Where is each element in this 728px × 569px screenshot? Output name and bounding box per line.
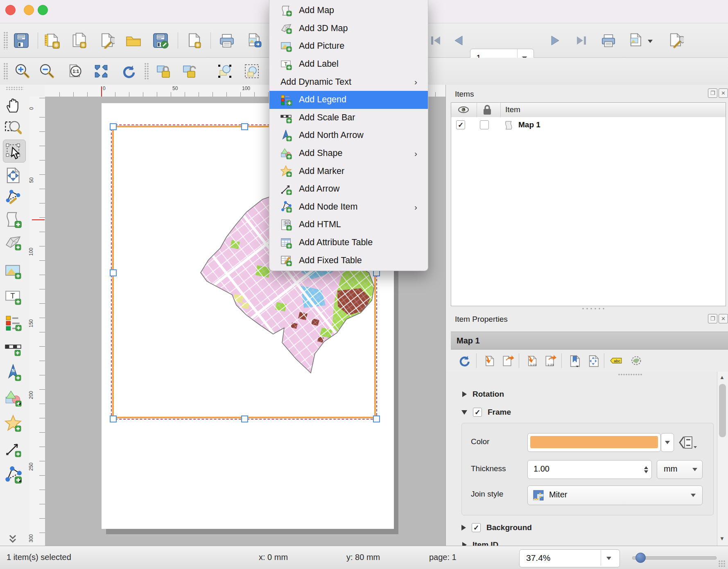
- map-labels-button[interactable]: abc: [608, 352, 626, 369]
- export-atlas-button[interactable]: [626, 31, 645, 50]
- bookmark-extent-button[interactable]: [565, 352, 582, 369]
- selection-handle-bottom-left[interactable]: [110, 415, 117, 422]
- menu-item-add-legend[interactable]: Add Legend: [269, 91, 428, 109]
- lock-items-button[interactable]: [155, 62, 174, 80]
- menu-item-add-marker[interactable]: Add Marker: [269, 162, 428, 180]
- toolbar-grip[interactable]: [6, 86, 24, 90]
- view-scale-in-map-button[interactable]: 1:23: [542, 352, 558, 369]
- menu-item-add-html[interactable]: </> Add HTML: [269, 216, 428, 234]
- selection-handle-bottom-middle[interactable]: [241, 415, 248, 422]
- menu-item-add-attribute-table[interactable]: Add Attribute Table: [269, 234, 428, 252]
- add-arrow-tool-button[interactable]: [3, 438, 23, 459]
- menu-item-add-north-arrow[interactable]: Add North Arrow: [269, 126, 428, 145]
- map-clipping-button[interactable]: [628, 352, 644, 369]
- zoom-dropdown-icon[interactable]: [606, 557, 611, 560]
- frame-thickness-input[interactable]: 1.00: [527, 460, 652, 479]
- select-move-item-tool-button[interactable]: [3, 140, 26, 163]
- zoom-level-combo[interactable]: 37.4%: [519, 549, 620, 567]
- zoom-out-button[interactable]: [37, 62, 56, 80]
- toolbar-grip[interactable]: [144, 63, 149, 80]
- new-report-button[interactable]: [183, 31, 203, 50]
- zoom-actual-button[interactable]: 1:1: [66, 62, 84, 80]
- layout-manager-button[interactable]: [97, 31, 116, 50]
- more-tools-button[interactable]: [7, 533, 19, 547]
- add-picture-tool-button[interactable]: [3, 261, 23, 281]
- menu-item-add-picture[interactable]: Add Picture: [269, 37, 428, 55]
- zoom-slider-handle[interactable]: [635, 553, 646, 563]
- resize-grip[interactable]: [718, 560, 726, 567]
- rotation-section-header[interactable]: Rotation: [462, 390, 504, 399]
- atlas-last-feature-button[interactable]: [572, 32, 590, 49]
- pan-tool-button[interactable]: [3, 95, 23, 115]
- menu-item-add-node-item[interactable]: Add Node Item ›: [269, 198, 428, 216]
- zoom-window-button[interactable]: [38, 5, 48, 15]
- add-north-arrow-tool-button[interactable]: N: [3, 362, 23, 383]
- frame-color-dropdown-button[interactable]: [661, 433, 674, 452]
- menu-item-add-label[interactable]: T Add Label: [269, 55, 428, 73]
- add-marker-tool-button[interactable]: [3, 413, 23, 434]
- menu-item-add-fixed-table[interactable]: Add Fixed Table: [269, 251, 428, 269]
- export-image-button[interactable]: [244, 31, 264, 50]
- add-map-tool-button[interactable]: [3, 209, 23, 230]
- scrollbar-down-icon[interactable]: ▼: [719, 535, 725, 542]
- toolbar-grip[interactable]: [3, 32, 8, 50]
- view-extent-in-map-button[interactable]: [499, 352, 515, 369]
- atlas-previous-feature-button[interactable]: [450, 32, 468, 49]
- map1-lock-checkbox[interactable]: [480, 120, 489, 129]
- selection-handle-top-middle[interactable]: [241, 123, 248, 130]
- items-panel-close-button[interactable]: ✕: [719, 88, 728, 98]
- background-checkbox[interactable]: ✓: [472, 523, 481, 532]
- items-panel-float-button[interactable]: ❐: [708, 88, 717, 98]
- zoom-full-button[interactable]: [92, 62, 111, 80]
- save-project-button[interactable]: [11, 31, 31, 50]
- add-label-tool-button[interactable]: T: [3, 286, 23, 307]
- select-all-button[interactable]: [215, 62, 234, 80]
- set-map-scale-button[interactable]: 1:23: [523, 352, 539, 369]
- atlas-first-feature-button[interactable]: [427, 32, 445, 49]
- menu-item-add-3d-map[interactable]: Add 3D Map: [269, 20, 428, 38]
- interactive-edit-button[interactable]: [584, 352, 601, 369]
- items-list-row-map1[interactable]: ✓ Map 1: [451, 117, 726, 133]
- duplicate-layout-button[interactable]: [69, 31, 88, 50]
- menu-item-add-map[interactable]: Add Map: [269, 2, 428, 20]
- print-atlas-button[interactable]: [599, 31, 618, 50]
- open-folder-button[interactable]: [124, 31, 143, 50]
- item-id-section-header[interactable]: Item ID: [462, 540, 498, 546]
- frame-color-button[interactable]: [527, 433, 661, 452]
- item-properties-float-button[interactable]: ❐: [708, 314, 717, 323]
- selection-handle-bottom-right[interactable]: [373, 415, 380, 422]
- scrollbar-thumb[interactable]: [719, 384, 726, 437]
- join-style-combo[interactable]: Miter: [527, 485, 703, 505]
- toolbar-grip[interactable]: [3, 63, 8, 80]
- menu-item-add-shape[interactable]: Add Shape ›: [269, 145, 428, 163]
- add-shape-tool-button[interactable]: [3, 388, 23, 408]
- color-data-defined-override-button[interactable]: [678, 435, 698, 450]
- item-properties-close-button[interactable]: ✕: [719, 314, 728, 323]
- zoom-in-button[interactable]: [12, 62, 31, 80]
- frame-section-header[interactable]: ✓ Frame: [461, 408, 511, 417]
- close-window-button[interactable]: [5, 5, 16, 15]
- menu-item-add-arrow[interactable]: Add Arrow: [269, 180, 428, 198]
- selection-handle-middle-left[interactable]: [110, 269, 117, 276]
- minimize-window-button[interactable]: [24, 5, 34, 15]
- export-atlas-dropdown-icon[interactable]: [648, 40, 653, 43]
- move-item-content-tool-button[interactable]: [3, 165, 23, 186]
- atlas-next-feature-button[interactable]: [546, 32, 564, 49]
- panel-splitter[interactable]: [581, 307, 606, 310]
- zoom-tool-button[interactable]: [3, 117, 23, 138]
- atlas-settings-button[interactable]: [666, 31, 685, 50]
- refresh-map-button[interactable]: [456, 352, 472, 369]
- save-as-button[interactable]: [151, 31, 170, 50]
- edit-nodes-tool-button[interactable]: [3, 187, 23, 207]
- thickness-unit-combo[interactable]: mm: [657, 460, 703, 479]
- print-button[interactable]: [217, 31, 237, 50]
- refresh-view-button[interactable]: [119, 62, 138, 80]
- deselect-all-button[interactable]: [242, 62, 261, 80]
- properties-scrollbar[interactable]: ▲ ▼: [717, 372, 728, 546]
- add-3d-map-tool-button[interactable]: [3, 232, 23, 253]
- frame-checkbox[interactable]: ✓: [473, 408, 482, 417]
- unlock-items-button[interactable]: [181, 62, 200, 80]
- scrollbar-up-icon[interactable]: ▲: [719, 374, 725, 380]
- add-node-item-tool-button[interactable]: [3, 465, 23, 485]
- add-scale-bar-tool-button[interactable]: [3, 338, 23, 358]
